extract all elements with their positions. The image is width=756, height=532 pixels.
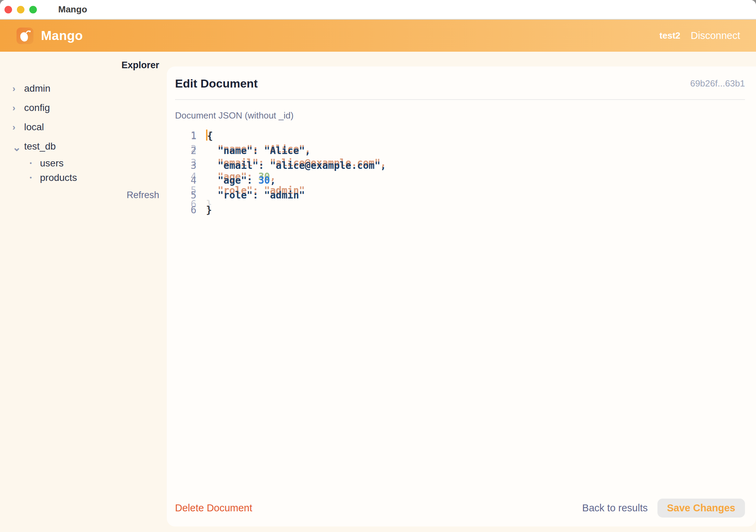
tree-item-label: config xyxy=(24,102,50,113)
tree-item-label: users xyxy=(40,158,63,169)
card-header: Edit Document 69b26f...63b1 xyxy=(175,77,745,90)
mango-logo-icon xyxy=(17,28,33,44)
chevron-right-icon xyxy=(12,83,24,94)
tree-item-label: local xyxy=(24,122,44,133)
card-footer: Delete Document Back to results Save Cha… xyxy=(175,499,745,518)
minimize-button[interactable] xyxy=(17,6,24,13)
brand: Mango xyxy=(17,28,83,44)
footer-actions: Back to results Save Changes xyxy=(582,499,745,518)
refresh-button[interactable]: Refresh xyxy=(0,190,159,201)
tree-item-label: products xyxy=(40,172,77,183)
tree-item-products[interactable]: products xyxy=(0,171,159,185)
bullet-icon xyxy=(30,173,40,183)
tree-item-users[interactable]: users xyxy=(0,156,159,171)
edit-document-panel: Edit Document 69b26f...63b1 Document JSO… xyxy=(167,66,756,526)
connection-name: test2 xyxy=(660,30,681,41)
app-header: Mango test2 Disconnect xyxy=(0,20,756,52)
explorer-title: Explorer xyxy=(0,60,159,71)
document-id: 69b26f...63b1 xyxy=(690,78,745,89)
chevron-right-icon xyxy=(12,122,24,133)
traffic-lights xyxy=(0,6,37,13)
delete-document-button[interactable]: Delete Document xyxy=(175,502,252,514)
chevron-right-icon xyxy=(12,103,24,113)
titlebar: Mango xyxy=(0,0,756,20)
back-to-results-button[interactable]: Back to results xyxy=(582,502,648,514)
disconnect-button[interactable]: Disconnect xyxy=(691,30,740,41)
body-row: Explorer admin config local test_db xyxy=(0,52,756,532)
tree-item-local[interactable]: local xyxy=(0,117,159,137)
tree-item-admin[interactable]: admin xyxy=(0,79,159,98)
divider xyxy=(175,99,745,100)
close-button[interactable] xyxy=(4,6,12,13)
connection-area: test2 Disconnect xyxy=(660,30,740,41)
fullscreen-button[interactable] xyxy=(29,6,37,13)
brand-name: Mango xyxy=(41,29,83,43)
tree-item-label: admin xyxy=(24,83,50,94)
page-title: Edit Document xyxy=(175,77,258,90)
save-changes-button[interactable]: Save Changes xyxy=(657,499,745,518)
json-editor[interactable]: 1{2 "name": "Alice",3 "email": "alice@ex… xyxy=(175,129,745,499)
tree-item-test_db[interactable]: test_db xyxy=(0,137,159,156)
bullet-icon xyxy=(30,158,40,169)
editor-text-layer: 1{2 "name": "Alice",3 "email": "alice@ex… xyxy=(175,129,386,217)
chevron-down-icon xyxy=(12,141,24,153)
editor-label: Document JSON (without _id) xyxy=(175,110,745,121)
tree-item-label: test_db xyxy=(24,141,56,152)
app-window: Mango Mango xyxy=(0,0,756,532)
sidebar: Explorer admin config local test_db xyxy=(0,52,167,532)
window-title: Mango xyxy=(58,4,87,15)
database-tree: admin config local test_db users xyxy=(0,79,159,185)
tree-item-config[interactable]: config xyxy=(0,98,159,117)
